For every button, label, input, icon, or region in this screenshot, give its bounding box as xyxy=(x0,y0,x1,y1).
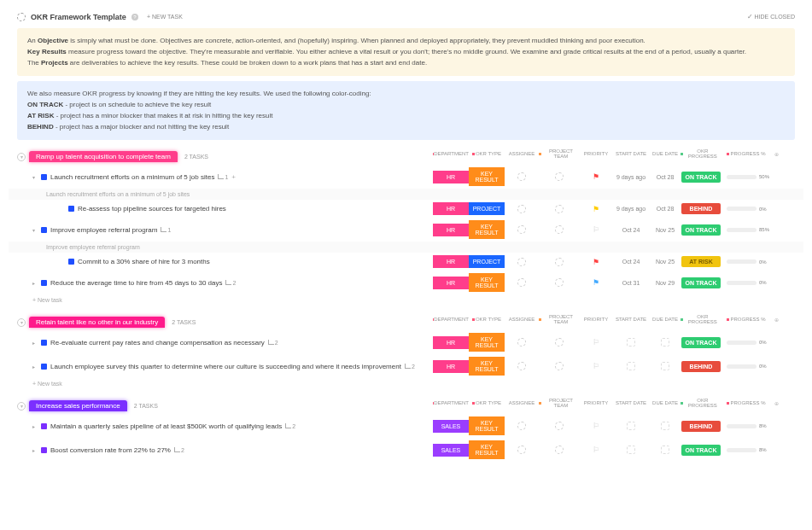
task-row[interactable]: Commit to a 30% share of hire for 3 mont… xyxy=(9,253,803,271)
subtask-count[interactable]: 2 xyxy=(174,447,184,453)
okr-type-pill[interactable]: PROJECT xyxy=(469,202,505,215)
col-okr-type[interactable]: OKR TYPE xyxy=(469,317,505,322)
task-name[interactable]: Launch employee survey this quarter to d… xyxy=(50,363,401,370)
col-department[interactable]: DEPARTMENT xyxy=(433,317,469,322)
due-date-empty[interactable] xyxy=(650,422,681,430)
assignee-cell[interactable] xyxy=(505,362,539,370)
task-row[interactable]: ▾ Launch recruitment efforts on a minimu… xyxy=(9,165,803,189)
team-cell[interactable] xyxy=(539,422,580,430)
col-project-team[interactable]: PROJECT TEAM xyxy=(539,314,580,324)
progress-pct-cell[interactable]: 0% xyxy=(721,364,771,369)
team-cell[interactable] xyxy=(539,258,580,266)
subtask-count[interactable]: 2 xyxy=(225,280,236,286)
okr-type-pill[interactable]: KEY RESULT xyxy=(469,273,505,292)
due-date-empty[interactable] xyxy=(650,446,681,454)
expand-icon[interactable]: ▸ xyxy=(32,447,38,453)
col-priority[interactable]: PRIORITY xyxy=(580,317,612,322)
okr-progress-pill[interactable]: BEHIND xyxy=(681,421,721,432)
col-project-team[interactable]: PROJECT TEAM xyxy=(539,398,580,408)
task-name[interactable]: Improve employee referral program xyxy=(50,226,157,234)
col-due-date[interactable]: DUE DATE xyxy=(650,151,681,156)
col-progress-pct[interactable]: PROGRESS % xyxy=(721,400,771,405)
start-date-cell[interactable]: Oct 24 xyxy=(612,227,650,233)
start-date-cell[interactable]: 9 days ago xyxy=(612,206,650,212)
expand-icon[interactable]: ▸ xyxy=(32,340,38,346)
department-pill[interactable]: SALES xyxy=(433,444,469,457)
status-dot[interactable] xyxy=(41,174,47,180)
okr-type-pill[interactable]: KEY RESULT xyxy=(469,220,505,239)
col-progress-pct[interactable]: PROGRESS % xyxy=(721,151,771,156)
status-dot[interactable] xyxy=(41,340,47,346)
team-cell[interactable] xyxy=(539,362,580,370)
add-column-button[interactable]: ⊕ xyxy=(771,317,781,323)
okr-type-pill[interactable]: KEY RESULT xyxy=(469,167,505,186)
new-task-row[interactable]: + New task xyxy=(9,294,803,306)
subtask-count[interactable]: 2 xyxy=(268,340,278,346)
priority-flag-icon[interactable]: ⚐ xyxy=(580,446,612,454)
due-date-cell[interactable]: Nov 25 xyxy=(650,227,681,233)
department-pill[interactable]: HR xyxy=(433,336,469,349)
col-progress-pct[interactable]: PROGRESS % xyxy=(721,317,771,322)
start-date-cell[interactable]: Oct 24 xyxy=(612,259,650,265)
expand-icon[interactable]: ▾ xyxy=(32,174,38,180)
okr-type-pill[interactable]: KEY RESULT xyxy=(469,357,505,376)
start-date-empty[interactable] xyxy=(612,446,650,454)
col-okr-type[interactable]: OKR TYPE xyxy=(469,400,505,405)
col-department[interactable]: DEPARTMENT xyxy=(433,151,469,156)
col-due-date[interactable]: DUE DATE xyxy=(650,317,681,322)
collapse-group-button[interactable]: ▾ xyxy=(17,402,26,411)
start-date-cell[interactable]: 9 days ago xyxy=(612,174,650,180)
due-date-empty[interactable] xyxy=(650,338,681,347)
progress-pct-cell[interactable]: 8% xyxy=(721,447,771,452)
due-date-cell[interactable]: Oct 28 xyxy=(650,174,681,180)
okr-type-pill[interactable]: KEY RESULT xyxy=(469,416,505,435)
task-name[interactable]: Commit to a 30% share of hire for 3 mont… xyxy=(78,258,210,265)
due-date-cell[interactable]: Nov 25 xyxy=(650,259,681,265)
assignee-cell[interactable] xyxy=(505,278,539,287)
group-title[interactable]: Increase sales performance xyxy=(29,400,127,411)
subtask-count[interactable]: 1 xyxy=(218,174,228,180)
department-pill[interactable]: HR xyxy=(433,277,469,289)
expand-icon[interactable]: ▸ xyxy=(32,280,38,286)
subtask-count[interactable]: 1 xyxy=(161,227,171,233)
okr-progress-pill[interactable]: ON TRACK xyxy=(681,224,721,236)
task-row[interactable]: ▸ Boost conversion rate from 22% to 27% … xyxy=(9,438,803,462)
assignee-cell[interactable] xyxy=(505,225,539,234)
expand-icon[interactable]: ▾ xyxy=(32,227,38,233)
task-row[interactable]: Re-assess top pipeline sources for targe… xyxy=(9,200,803,218)
expand-icon[interactable]: ▸ xyxy=(32,364,38,370)
due-date-empty[interactable] xyxy=(650,362,681,370)
task-name[interactable]: Maintain a quarterly sales pipeline of a… xyxy=(50,422,282,430)
task-name[interactable]: Boost conversion rate from 22% to 27% xyxy=(50,446,171,454)
team-cell[interactable] xyxy=(539,205,580,213)
priority-flag-icon[interactable]: ⚐ xyxy=(580,422,612,430)
start-date-cell[interactable]: Oct 31 xyxy=(612,280,650,286)
col-department[interactable]: DEPARTMENT xyxy=(433,400,469,405)
col-start-date[interactable]: START DATE xyxy=(612,400,650,405)
okr-progress-pill[interactable]: ON TRACK xyxy=(681,337,721,348)
add-column-button[interactable]: ⊕ xyxy=(771,400,781,406)
priority-flag-icon[interactable]: ⚑ xyxy=(580,205,612,213)
department-pill[interactable]: HR xyxy=(433,202,469,215)
priority-flag-icon[interactable]: ⚑ xyxy=(580,278,612,287)
collapse-group-button[interactable]: ▾ xyxy=(17,153,26,161)
department-pill[interactable]: SALES xyxy=(433,420,469,433)
status-dot[interactable] xyxy=(41,280,47,286)
due-date-cell[interactable]: Oct 28 xyxy=(650,206,681,212)
status-dot[interactable] xyxy=(68,259,74,265)
okr-progress-pill[interactable]: ON TRACK xyxy=(681,172,721,183)
department-pill[interactable]: HR xyxy=(433,360,469,373)
team-cell[interactable] xyxy=(539,338,580,347)
add-column-button[interactable]: ⊕ xyxy=(771,151,781,157)
priority-flag-icon[interactable]: ⚐ xyxy=(580,338,612,347)
task-row[interactable]: ▸ Launch employee survey this quarter to… xyxy=(9,354,803,378)
assignee-cell[interactable] xyxy=(505,422,539,430)
col-okr-type[interactable]: OKR TYPE xyxy=(469,151,505,156)
group-title[interactable]: Ramp up talent acquisition to complete t… xyxy=(29,151,178,162)
assignee-cell[interactable] xyxy=(505,446,539,454)
start-date-empty[interactable] xyxy=(612,362,650,370)
col-due-date[interactable]: DUE DATE xyxy=(650,400,681,405)
progress-pct-cell[interactable]: 0% xyxy=(721,207,771,212)
assignee-cell[interactable] xyxy=(505,205,539,213)
status-dot[interactable] xyxy=(41,447,47,453)
